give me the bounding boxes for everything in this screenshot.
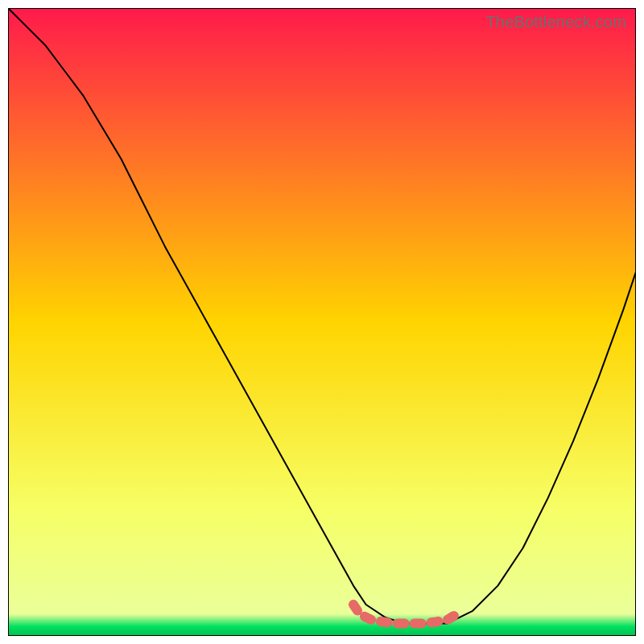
watermark-text: TheBottleneck.com: [485, 13, 626, 31]
chart-svg: [8, 8, 636, 636]
chart-background: [8, 8, 636, 636]
bottleneck-chart: TheBottleneck.com: [8, 8, 636, 636]
